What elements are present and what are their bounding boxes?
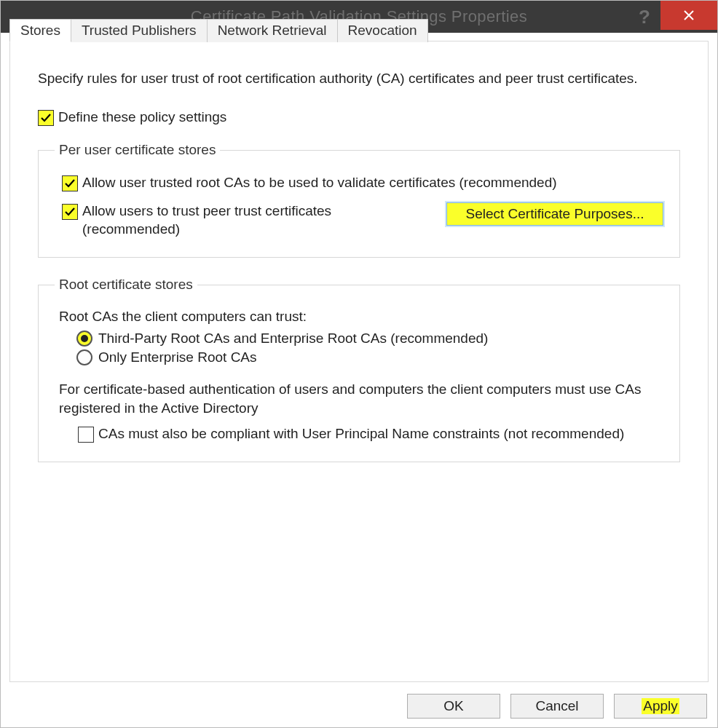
titlebar-controls: ? [628,1,717,33]
tab-network-retrieval[interactable]: Network Retrieval [207,19,338,42]
select-certificate-purposes-button[interactable]: Select Certificate Purposes... [446,202,663,226]
checkmark-icon [40,112,52,124]
intro-text: Specify rules for user trust of root cer… [38,69,680,88]
checkmark-icon [64,206,76,218]
allow-root-checkbox[interactable] [62,175,78,191]
tabstrip: Stores Trusted Publishers Network Retrie… [9,19,427,42]
tab-stores[interactable]: Stores [9,19,71,42]
allow-root-label: Allow user trusted root CAs to be used t… [82,174,557,192]
cancel-button[interactable]: Cancel [510,694,604,719]
allow-peer-label: Allow users to trust peer trust certific… [82,202,359,238]
radio-enterprise-only[interactable] [76,349,92,365]
radio-third-party[interactable] [76,331,92,347]
tab-client-area: Stores Trusted Publishers Network Retrie… [9,41,709,682]
root-footnote: For certificate-based authentication of … [55,380,663,417]
root-stores-legend: Root certificate stores [55,277,197,293]
checkmark-icon [64,178,76,189]
apply-button[interactable]: Apply [614,694,707,719]
help-button[interactable]: ? [628,1,660,33]
define-policy-checkbox[interactable] [38,110,54,126]
per-user-group: Per user certificate stores Allow user t… [38,142,680,258]
define-policy-label: Define these policy settings [58,108,226,127]
radio-enterprise-only-label: Only Enterprise Root CAs [98,349,257,365]
allow-peer-checkbox[interactable] [62,204,78,220]
tab-revocation[interactable]: Revocation [337,19,428,42]
per-user-legend: Per user certificate stores [55,142,220,158]
tab-content: Specify rules for user trust of root cer… [16,53,702,477]
dialog-window: Certificate Path Validation Settings Pro… [0,0,718,728]
dialog-buttons: OK Cancel Apply [407,694,707,719]
upn-constraint-checkbox[interactable] [78,427,94,443]
tab-trusted-publishers[interactable]: Trusted Publishers [71,19,208,42]
root-trust-prompt: Root CAs the client computers can trust: [55,309,663,325]
ok-button[interactable]: OK [407,694,500,719]
upn-constraint-label: CAs must also be compliant with User Pri… [98,425,624,443]
root-stores-group: Root certificate stores Root CAs the cli… [38,277,680,462]
close-button[interactable] [660,1,717,30]
close-icon [683,9,695,21]
radio-third-party-label: Third-Party Root CAs and Enterprise Root… [98,331,488,347]
